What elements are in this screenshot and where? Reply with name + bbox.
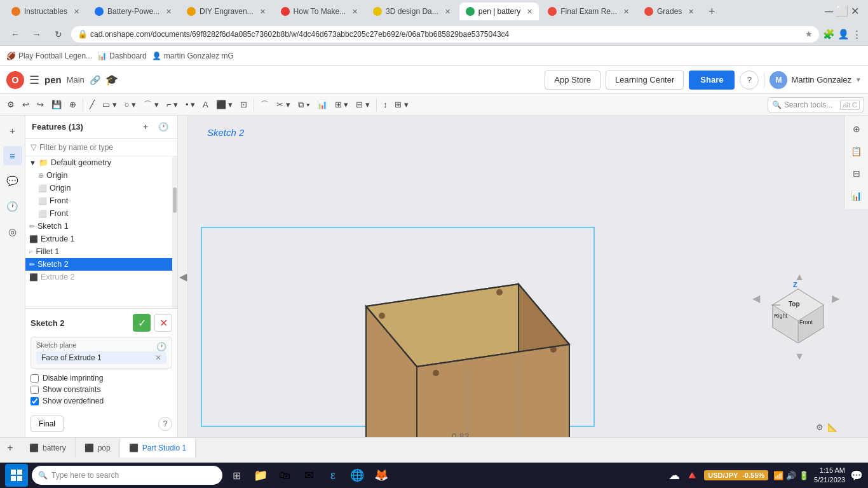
show-overdefined-checkbox[interactable] bbox=[31, 397, 39, 405]
extension-icon[interactable]: 🧩 bbox=[823, 29, 835, 40]
network-icon[interactable]: 📶 bbox=[773, 471, 783, 480]
taskbar-clock[interactable]: 1:15 AM 5/21/2023 bbox=[814, 466, 845, 485]
canvas-bottom-icon-2[interactable]: 📐 bbox=[827, 423, 837, 432]
taskbar-mail[interactable]: ✉ bbox=[299, 465, 319, 485]
tab-grades[interactable]: Grades ✕ bbox=[638, 3, 700, 20]
bookmark-martin[interactable]: 👤 martin Gonzalez mG bbox=[152, 51, 234, 60]
window-maximize-btn[interactable]: ⬜ bbox=[836, 5, 848, 18]
nav-arrow-up[interactable]: ▲ bbox=[794, 271, 804, 283]
taskbar-store[interactable]: 🛍 bbox=[275, 465, 295, 485]
bottom-tab-pop[interactable]: ⬛ pop bbox=[76, 438, 120, 458]
tab-instructables[interactable]: Instructables ✕ bbox=[5, 3, 86, 20]
tab-diy[interactable]: DIY Engraven... ✕ bbox=[180, 3, 272, 20]
tab-close-instructables[interactable]: ✕ bbox=[74, 8, 79, 16]
sketch-final-btn[interactable]: Final bbox=[31, 416, 64, 432]
panel-clock-icon[interactable]: 🕐 bbox=[156, 119, 171, 135]
address-bar[interactable]: 🔒 cad.onshape.com/documents/69f8282f6d4a… bbox=[71, 26, 819, 43]
app-store-button[interactable]: App Store bbox=[545, 71, 600, 90]
nav-reload-btn[interactable]: ↻ bbox=[50, 25, 67, 43]
tab-close-grades[interactable]: ✕ bbox=[688, 8, 694, 16]
sketch-help-btn[interactable]: ? bbox=[158, 417, 172, 431]
window-close-btn[interactable]: ✕ bbox=[851, 5, 859, 18]
canvas-bottom-icon-1[interactable]: ⚙ bbox=[816, 423, 824, 432]
search-tools-input[interactable]: 🔍 Search tools... alt C bbox=[768, 97, 864, 112]
tab-close-3ddesign[interactable]: ✕ bbox=[445, 8, 451, 16]
tab-close-howtomake[interactable]: ✕ bbox=[352, 8, 358, 16]
taskbar-search[interactable]: 🔍 Type here to search bbox=[32, 466, 222, 485]
feature-filter-input[interactable] bbox=[39, 143, 172, 152]
tool-transform[interactable]: ⬛ ▾ bbox=[213, 96, 236, 114]
sound-icon[interactable]: 🔊 bbox=[786, 471, 796, 480]
tool-sketch-save[interactable]: 💾 bbox=[48, 96, 65, 114]
menu-dots-icon[interactable]: ⋮ bbox=[852, 29, 862, 40]
tab-close-penbattery[interactable]: ✕ bbox=[527, 8, 532, 16]
tab-close-finalexam[interactable]: ✕ bbox=[623, 8, 629, 16]
main-tab[interactable]: Main bbox=[67, 75, 85, 85]
tab-3ddesign[interactable]: 3D design Da... ✕ bbox=[367, 3, 457, 20]
nav-arrow-left[interactable]: ◀ bbox=[752, 292, 760, 304]
sketch-confirm-btn[interactable]: ✓ bbox=[133, 314, 151, 332]
bottom-tab-battery[interactable]: ⬛ battery bbox=[20, 438, 76, 458]
taskbar-firefox[interactable]: 🦊 bbox=[371, 465, 391, 485]
nav-arrow-right[interactable]: ▶ bbox=[832, 292, 839, 304]
profile-icon[interactable]: 👤 bbox=[837, 29, 850, 40]
tree-origin[interactable]: ⊕ Origin bbox=[25, 169, 177, 182]
tree-fillet1[interactable]: ⌐ Fillet 1 bbox=[25, 245, 177, 258]
taskbar-chrome[interactable]: 🌐 bbox=[347, 465, 367, 485]
help-button[interactable]: ? bbox=[740, 71, 759, 90]
tool-redo[interactable]: ↪ bbox=[34, 96, 47, 114]
cap-icon[interactable]: 🎓 bbox=[105, 74, 118, 86]
taskbar-explorer[interactable]: 📁 bbox=[250, 465, 271, 485]
tab-penbattery[interactable]: pen | battery ✕ bbox=[459, 3, 539, 20]
tree-sketch2[interactable]: ✏ Sketch 2 bbox=[25, 258, 177, 271]
tool-text[interactable]: A bbox=[200, 96, 212, 114]
tool-undo[interactable]: ↩ bbox=[19, 96, 32, 114]
tree-sketch1[interactable]: ✏ Sketch 1 bbox=[25, 220, 177, 233]
tree-front[interactable]: ⬜ Front bbox=[25, 194, 177, 207]
taskbar-task-view[interactable]: ⊞ bbox=[226, 465, 247, 485]
share-button[interactable]: Share bbox=[689, 71, 735, 90]
learning-center-button[interactable]: Learning Center bbox=[606, 71, 684, 90]
bookmark-football[interactable]: 🏈 Play Football Legen... bbox=[6, 51, 92, 60]
start-button[interactable] bbox=[5, 464, 28, 487]
hamburger-menu-btn[interactable]: ☰ bbox=[29, 73, 39, 87]
tab-battery[interactable]: Battery-Powe... ✕ bbox=[88, 3, 178, 20]
panel-add-icon[interactable]: + bbox=[138, 119, 153, 135]
tool-measure[interactable]: ↕ bbox=[380, 96, 391, 114]
tool-arc[interactable]: ⌒ ▾ bbox=[140, 96, 162, 114]
tree-extrude1[interactable]: ⬛ Extrude 1 bbox=[25, 233, 177, 245]
tool-grid[interactable]: ⊞ ▾ bbox=[332, 96, 352, 114]
tool-line[interactable]: ╱ bbox=[86, 96, 98, 114]
plane-remove-btn[interactable]: ✕ bbox=[155, 353, 161, 362]
tree-right[interactable]: ⬜ Front bbox=[25, 207, 177, 220]
tool-fillet[interactable]: ⌐ ▾ bbox=[163, 96, 181, 114]
tool-sheet[interactable]: ⊟ ▾ bbox=[353, 96, 373, 114]
sidebar-icon-render[interactable]: ◎ bbox=[3, 222, 22, 241]
sketch-cancel-btn[interactable]: ✕ bbox=[154, 314, 172, 332]
canvas-tool-4[interactable]: 📊 bbox=[847, 186, 866, 205]
tree-default-geometry[interactable]: ▼ 📁 Default geometry bbox=[25, 156, 177, 169]
bookmark-dashboard[interactable]: 📊 Dashboard bbox=[97, 51, 147, 60]
link-icon[interactable]: 🔗 bbox=[90, 75, 100, 85]
add-tab-btn[interactable]: + bbox=[0, 438, 20, 458]
tool-options[interactable]: ⊕ bbox=[66, 96, 79, 114]
tool-point[interactable]: • ▾ bbox=[182, 96, 198, 114]
feature-tree-scrollbar[interactable] bbox=[172, 156, 177, 308]
nav-back-btn[interactable]: ← bbox=[6, 25, 24, 43]
plane-history-icon[interactable]: 🕐 bbox=[156, 342, 166, 351]
sidebar-icon-comments[interactable]: 💬 bbox=[3, 172, 22, 191]
tool-constraint[interactable]: ⊞ ▾ bbox=[391, 96, 412, 114]
battery-icon[interactable]: 🔋 bbox=[799, 471, 809, 480]
sidebar-icon-features[interactable]: ≡ bbox=[3, 146, 22, 165]
canvas-tool-3[interactable]: ⊟ bbox=[847, 164, 866, 183]
tool-dimension[interactable]: ⊡ bbox=[237, 96, 250, 114]
nav-arrow-down[interactable]: ▼ bbox=[794, 351, 804, 362]
disable-imprinting-checkbox[interactable] bbox=[31, 374, 39, 383]
tool-curve[interactable]: ⌒ bbox=[257, 96, 272, 114]
tool-circle[interactable]: ○ ▾ bbox=[121, 96, 139, 114]
tree-top[interactable]: ⬜ Origin bbox=[25, 182, 177, 194]
bottom-tab-partstudio[interactable]: ⬛ Part Studio 1 bbox=[120, 438, 196, 458]
taskbar-edge[interactable]: ε bbox=[323, 465, 343, 485]
tool-settings[interactable]: ⚙ bbox=[4, 96, 18, 114]
tool-rect[interactable]: ▭ ▾ bbox=[99, 96, 120, 114]
